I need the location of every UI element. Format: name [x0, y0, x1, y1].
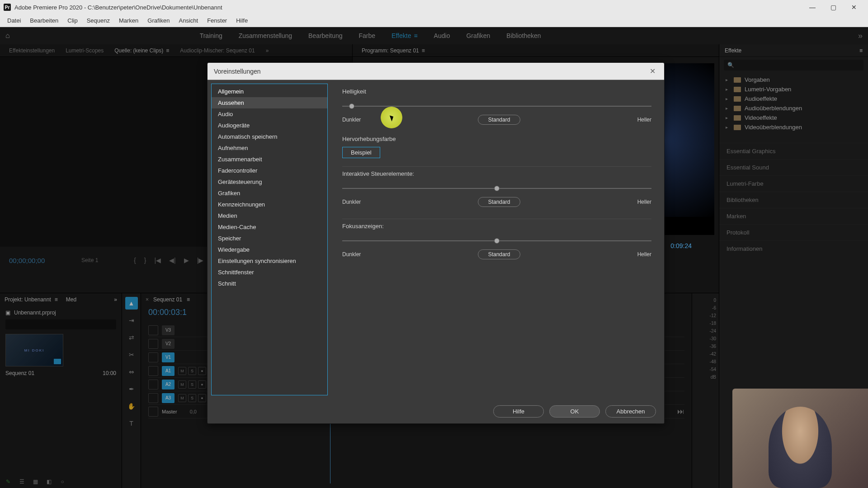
project-search[interactable] — [5, 319, 116, 329]
tree-item-videoueberblendungen[interactable]: ▸Videoüberblendungen — [723, 122, 864, 132]
tree-item-videoeffekte[interactable]: ▸Videoeffekte — [723, 113, 864, 122]
slip-tool[interactable]: ⇔ — [125, 366, 138, 378]
step-fwd-icon[interactable]: |▶ — [197, 257, 204, 264]
dialog-close-button[interactable]: ✕ — [647, 66, 658, 77]
razor-tool[interactable]: ✂ — [125, 348, 138, 361]
brightness-standard-button[interactable]: Standard — [478, 115, 521, 125]
panel-tab-effekteinstellungen[interactable]: Effekteinstellungen — [4, 46, 60, 56]
panel-tab-lumetri-scopes[interactable]: Lumetri-Scopes — [60, 46, 109, 56]
panel-menu-icon[interactable]: ≡ — [859, 47, 863, 54]
panel-overflow-icon[interactable]: » — [260, 46, 274, 56]
ripple-tool[interactable]: ⇄ — [125, 331, 138, 344]
prefs-cat-fadercontroller[interactable]: Fadercontroller — [212, 165, 327, 176]
workspace-zusammenstellung[interactable]: Zusammenstellung — [239, 32, 292, 39]
workspace-bearbeitung[interactable]: Bearbeitung — [308, 32, 343, 39]
menu-clip[interactable]: Clip — [63, 15, 82, 26]
menu-datei[interactable]: Datei — [3, 15, 25, 26]
prefs-cat-grafiken[interactable]: Grafiken — [212, 188, 327, 199]
focus-slider[interactable] — [342, 240, 651, 241]
close-tab-icon[interactable]: × — [146, 296, 149, 303]
acc-bibliotheken[interactable]: Bibliotheken — [719, 192, 868, 208]
tree-item-lumetri-vorgaben[interactable]: ▸Lumetri-Vorgaben — [723, 84, 864, 94]
help-button[interactable]: Hilfe — [493, 405, 544, 418]
prefs-cat-medien[interactable]: Medien — [212, 210, 327, 221]
go-in-icon[interactable]: |◀ — [154, 257, 161, 264]
menu-grafiken[interactable]: Grafiken — [143, 15, 174, 26]
panel-tab-programm[interactable]: Programm: Sequenz 01≡ — [356, 46, 430, 56]
workspace-farbe[interactable]: Farbe — [359, 32, 376, 39]
sequence-thumbnail[interactable]: MI DOKI — [5, 334, 63, 366]
menu-hilfe[interactable]: Hilfe — [231, 15, 252, 26]
close-window-button[interactable]: ✕ — [844, 0, 864, 14]
list-view-icon[interactable]: ☰ — [18, 478, 25, 485]
freeform-icon[interactable]: ◧ — [45, 478, 52, 485]
acc-protokoll[interactable]: Protokoll — [719, 224, 868, 240]
tree-item-audioueberblendungen[interactable]: ▸Audioüberblendungen — [723, 103, 864, 113]
acc-essential-graphics[interactable]: Essential Graphics — [719, 143, 868, 159]
acc-informationen[interactable]: Informationen — [719, 240, 868, 257]
menu-fenster[interactable]: Fenster — [203, 15, 231, 26]
acc-essential-sound[interactable]: Essential Sound — [719, 159, 868, 175]
project-tab[interactable]: Projekt: Unbenannt — [5, 296, 51, 303]
acc-marken[interactable]: Marken — [719, 208, 868, 224]
menu-marken[interactable]: Marken — [114, 15, 143, 26]
type-tool[interactable]: T — [125, 417, 138, 430]
cancel-button[interactable]: Abbrechen — [605, 405, 656, 418]
tree-item-audioeffekte[interactable]: ▸Audioeffekte — [723, 94, 864, 103]
prefs-cat-mediencache[interactable]: Medien-Cache — [212, 221, 327, 233]
effects-search[interactable]: 🔍 — [724, 60, 863, 70]
ok-button[interactable]: OK — [549, 405, 600, 418]
menu-ansicht[interactable]: Ansicht — [174, 15, 203, 26]
menu-bearbeiten[interactable]: Bearbeiten — [25, 15, 63, 26]
hand-tool[interactable]: ✋ — [125, 400, 138, 413]
minimize-button[interactable]: — — [802, 0, 823, 14]
workspace-grafiken[interactable]: Grafiken — [466, 32, 490, 39]
tree-item-vorgaben[interactable]: ▸Vorgaben — [723, 75, 864, 84]
workspace-bibliotheken[interactable]: Bibliotheken — [506, 32, 541, 39]
home-icon[interactable]: ⌂ — [5, 32, 10, 40]
workspace-audio[interactable]: Audio — [434, 32, 450, 39]
focus-standard-button[interactable]: Standard — [478, 249, 521, 259]
prefs-cat-speicher[interactable]: Speicher — [212, 233, 327, 244]
play-icon[interactable]: ▶ — [184, 257, 189, 264]
prefs-cat-aufnehmen[interactable]: Aufnehmen — [212, 142, 327, 154]
workspace-effekte[interactable]: Effekte≡ — [392, 32, 418, 39]
icon-view-icon[interactable]: ▦ — [32, 478, 39, 485]
source-timecode[interactable]: 00;00;00;00 — [9, 257, 45, 264]
panel-tab-quelle[interactable]: Quelle: (keine Clips)≡ — [109, 46, 175, 56]
menu-sequenz[interactable]: Sequenz — [82, 15, 114, 26]
mark-out-icon[interactable]: } — [144, 257, 146, 264]
prefs-cat-schnittfenster[interactable]: Schnittfenster — [212, 267, 327, 278]
prefs-cat-audiogeraete[interactable]: Audiogeräte — [212, 120, 327, 131]
pencil-icon[interactable]: ✎ — [5, 478, 12, 485]
prefs-cat-kennzeichnungen[interactable]: Kennzeichnungen — [212, 199, 327, 210]
mark-in-icon[interactable]: { — [134, 257, 136, 264]
prefs-cat-schnitt[interactable]: Schnitt — [212, 278, 327, 289]
sort-icon[interactable]: ○ — [59, 478, 66, 485]
brightness-slider[interactable] — [342, 106, 651, 107]
timeline-tab[interactable]: Sequenz 01 — [153, 296, 182, 303]
track-select-tool[interactable]: ⇥ — [125, 314, 138, 327]
prefs-cat-wiedergabe[interactable]: Wiedergabe — [212, 244, 327, 255]
interactive-standard-button[interactable]: Standard — [478, 197, 521, 207]
page-indicator[interactable]: Seite 1 — [81, 257, 98, 263]
selection-tool[interactable]: ▲ — [125, 297, 138, 310]
prefs-cat-geraetesteuerung[interactable]: Gerätesteuerung — [212, 176, 327, 188]
acc-lumetri-farbe[interactable]: Lumetri-Farbe — [719, 175, 868, 192]
pen-tool[interactable]: ✒ — [125, 383, 138, 395]
prefs-cat-allgemein[interactable]: Allgemein — [212, 86, 327, 97]
media-tab[interactable]: Med — [66, 296, 76, 303]
workspace-training[interactable]: Training — [200, 32, 222, 39]
maximize-button[interactable]: ▢ — [823, 0, 844, 14]
prefs-cat-sync[interactable]: Einstellungen synchronisieren — [212, 255, 327, 267]
prefs-cat-autospeichern[interactable]: Automatisch speichern — [212, 131, 327, 142]
panel-tab-audiomischer[interactable]: Audioclip-Mischer: Sequenz 01 — [175, 46, 260, 56]
step-back-icon[interactable]: ◀| — [169, 257, 176, 264]
interactive-slider[interactable] — [342, 188, 651, 189]
prefs-cat-aussehen[interactable]: Aussehen — [212, 97, 327, 108]
sample-button[interactable]: Beispiel — [342, 147, 380, 158]
skip-end-icon[interactable]: ⏭ — [677, 408, 684, 416]
overflow-icon[interactable]: » — [858, 31, 863, 41]
prefs-cat-audio[interactable]: Audio — [212, 108, 327, 120]
prefs-cat-zusammenarbeit[interactable]: Zusammenarbeit — [212, 154, 327, 165]
